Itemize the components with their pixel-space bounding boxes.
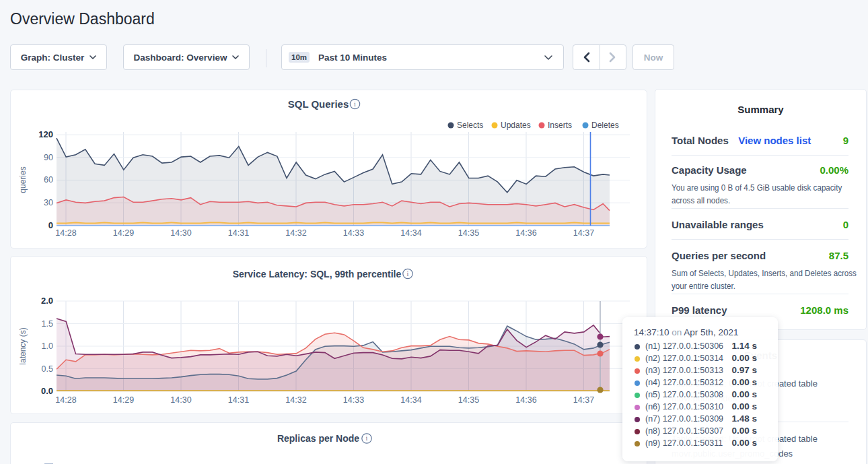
svg-text:14:33: 14:33 — [343, 228, 364, 238]
svg-text:14:37: 14:37 — [573, 395, 594, 405]
svg-text:120: 120 — [38, 129, 53, 139]
svg-text:14:34: 14:34 — [400, 395, 421, 405]
svg-text:2.0: 2.0 — [41, 296, 53, 306]
svg-text:14:31: 14:31 — [228, 228, 249, 238]
svg-text:14:28: 14:28 — [55, 395, 76, 405]
svg-text:14:32: 14:32 — [285, 228, 306, 238]
svg-text:latency (s): latency (s) — [18, 327, 28, 364]
svg-text:14:35: 14:35 — [458, 395, 479, 405]
svg-text:14:32: 14:32 — [285, 395, 306, 405]
svg-text:i: i — [354, 100, 356, 108]
svg-text:60: 60 — [44, 175, 53, 185]
svg-text:Replicas per Node: Replicas per Node — [277, 433, 359, 444]
svg-text:14:29: 14:29 — [113, 395, 134, 405]
svg-text:Inserts: Inserts — [548, 121, 572, 130]
svg-text:30: 30 — [44, 198, 53, 207]
svg-text:14:35: 14:35 — [458, 228, 479, 238]
svg-text:90: 90 — [44, 153, 53, 162]
svg-text:14:29: 14:29 — [113, 228, 134, 238]
svg-text:14:36: 14:36 — [515, 395, 536, 405]
svg-text:SQL Queries: SQL Queries — [288, 98, 349, 110]
svg-text:14:36: 14:36 — [515, 228, 536, 238]
svg-text:14:37: 14:37 — [573, 228, 594, 238]
svg-text:Deletes: Deletes — [591, 121, 619, 130]
svg-text:14:31: 14:31 — [228, 395, 249, 405]
svg-text:i: i — [407, 270, 409, 277]
svg-text:14:33: 14:33 — [343, 395, 364, 405]
svg-text:14:28: 14:28 — [55, 228, 76, 238]
svg-text:i: i — [366, 434, 368, 442]
svg-text:Selects: Selects — [457, 121, 483, 130]
svg-text:14:34: 14:34 — [400, 228, 421, 238]
svg-text:14:30: 14:30 — [170, 228, 191, 238]
svg-text:0: 0 — [48, 220, 53, 230]
svg-text:1.5: 1.5 — [42, 319, 53, 329]
svg-text:Updates: Updates — [501, 121, 531, 130]
svg-text:14:30: 14:30 — [170, 395, 191, 405]
svg-text:1.0: 1.0 — [42, 341, 53, 351]
svg-text:queries: queries — [18, 166, 28, 193]
svg-text:Service Latency: SQL, 99th per: Service Latency: SQL, 99th percentile — [233, 269, 402, 279]
svg-text:0.5: 0.5 — [42, 364, 53, 374]
svg-text:0.0: 0.0 — [41, 386, 53, 396]
